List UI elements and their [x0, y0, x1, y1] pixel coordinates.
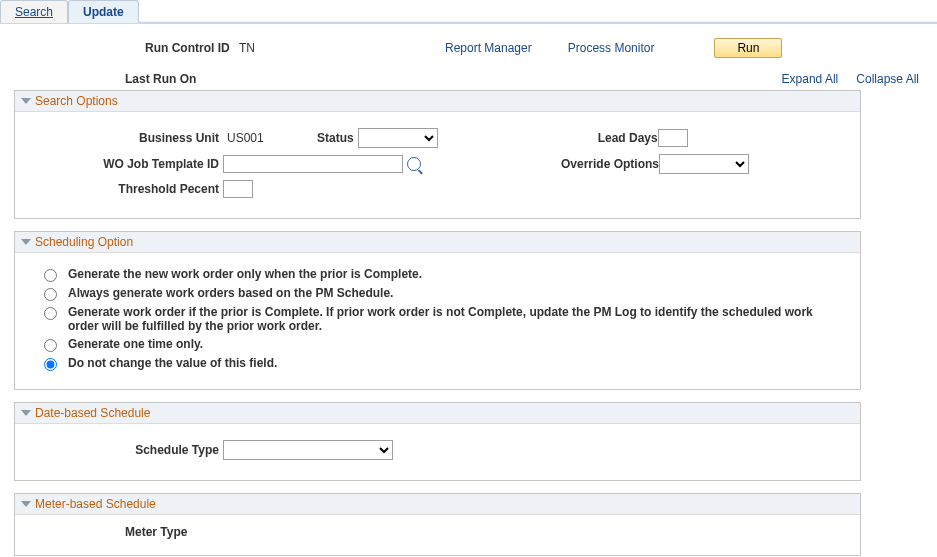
- lookup-icon[interactable]: [407, 157, 421, 171]
- last-run-on-label: Last Run On: [125, 72, 196, 86]
- section-search-options: Search Options Business Unit US001 Statu…: [14, 90, 861, 219]
- business-unit-value: US001: [227, 131, 264, 145]
- status-label: Status: [294, 131, 354, 145]
- radio-one-time[interactable]: [44, 339, 57, 352]
- disclosure-icon: [21, 239, 31, 245]
- tab-divider: [139, 21, 937, 23]
- process-monitor-link[interactable]: Process Monitor: [568, 41, 655, 55]
- radio-one-time-label: Generate one time only.: [68, 337, 203, 351]
- disclosure-icon: [21, 98, 31, 104]
- section-meter-schedule: Meter-based Schedule Meter Type: [14, 493, 861, 556]
- radio-update-pmlog[interactable]: [44, 307, 57, 320]
- status-select[interactable]: [358, 128, 438, 148]
- section-header-search-options[interactable]: Search Options: [15, 91, 860, 112]
- threshold-percent-label: Threshold Pecent: [29, 182, 219, 196]
- radio-always-generate[interactable]: [44, 288, 57, 301]
- section-header-date-schedule[interactable]: Date-based Schedule: [15, 403, 860, 424]
- lead-days-label: Lead Days: [578, 131, 658, 145]
- collapse-all-link[interactable]: Collapse All: [856, 72, 919, 86]
- override-options-label: Override Options: [539, 157, 659, 171]
- wo-template-input[interactable]: [223, 155, 403, 173]
- schedule-type-select[interactable]: [223, 440, 393, 460]
- disclosure-icon: [21, 501, 31, 507]
- radio-no-change[interactable]: [44, 358, 57, 371]
- wo-template-label: WO Job Template ID: [29, 157, 219, 171]
- run-button[interactable]: Run: [714, 38, 782, 58]
- tab-search[interactable]: Search: [0, 0, 68, 23]
- tab-update[interactable]: Update: [68, 0, 139, 23]
- disclosure-icon: [21, 410, 31, 416]
- radio-no-change-label: Do not change the value of this field.: [68, 356, 277, 370]
- threshold-percent-input[interactable]: [223, 180, 253, 198]
- meter-type-label: Meter Type: [125, 515, 860, 555]
- radio-always-generate-label: Always generate work orders based on the…: [68, 286, 393, 300]
- section-header-scheduling[interactable]: Scheduling Option: [15, 232, 860, 253]
- section-scheduling-option: Scheduling Option Generate the new work …: [14, 231, 861, 390]
- run-control-id-value: TN: [239, 41, 255, 55]
- business-unit-label: Business Unit: [29, 131, 219, 145]
- section-date-schedule: Date-based Schedule Schedule Type: [14, 402, 861, 481]
- radio-update-pmlog-label: Generate work order if the prior is Comp…: [68, 305, 846, 333]
- override-options-select[interactable]: [659, 154, 749, 174]
- schedule-type-label: Schedule Type: [29, 443, 219, 457]
- radio-prior-complete-label: Generate the new work order only when th…: [68, 267, 422, 281]
- report-manager-link[interactable]: Report Manager: [445, 41, 532, 55]
- expand-all-link[interactable]: Expand All: [782, 72, 839, 86]
- run-control-id-label: Run Control ID TN: [145, 41, 255, 55]
- section-header-meter-schedule[interactable]: Meter-based Schedule: [15, 494, 860, 515]
- radio-prior-complete[interactable]: [44, 269, 57, 282]
- lead-days-input[interactable]: [658, 129, 688, 147]
